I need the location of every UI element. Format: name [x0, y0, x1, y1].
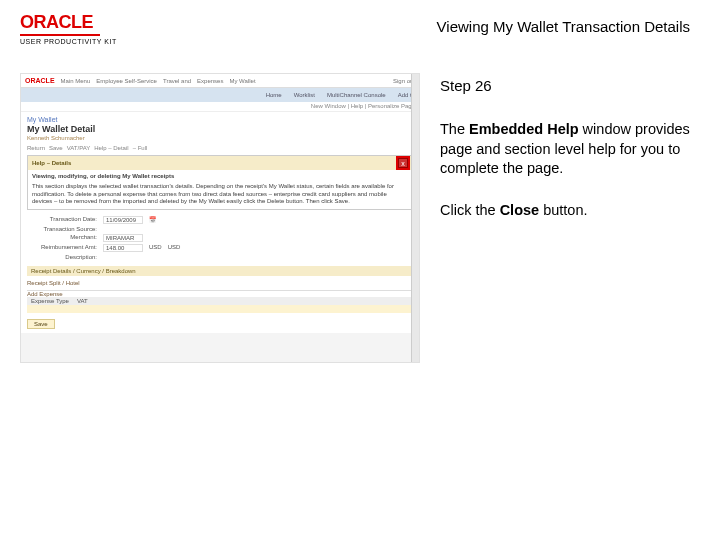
- app-sub-nav: Home Worklist MultiChannel Console Add t…: [21, 88, 419, 102]
- upk-label: USER PRODUCTIVITY KIT: [20, 38, 117, 45]
- close-button[interactable]: x: [398, 158, 408, 168]
- help-body: Viewing, modifying, or deleting My Walle…: [28, 170, 412, 209]
- save-button: Save: [27, 319, 55, 329]
- col-expense-type: Expense Type: [31, 298, 69, 304]
- instruction-paragraph-2: Click the Close button.: [440, 201, 700, 221]
- wallet-title: My Wallet Detail: [27, 124, 413, 134]
- subnav-item: MultiChannel Console: [327, 92, 386, 98]
- calendar-icon: 📅: [149, 216, 156, 224]
- oracle-wordmark: ORACLE: [20, 12, 117, 36]
- nav-item: Expenses: [197, 78, 223, 84]
- desc-label: Description:: [27, 254, 97, 260]
- nav-item: Main Menu: [61, 78, 91, 84]
- table-header: Expense Type VAT: [27, 297, 413, 305]
- embedded-help-panel: Help – Details x Viewing, modifying, or …: [27, 155, 413, 210]
- amount-value: 148.00: [103, 244, 143, 252]
- content-row: ORACLE Main Menu Employee Self-Service T…: [0, 53, 720, 363]
- embedded-screenshot: ORACLE Main Menu Employee Self-Service T…: [20, 73, 420, 363]
- step-label: Step 26: [440, 77, 700, 94]
- return-link: Return: [27, 145, 45, 151]
- help-link: Help – Detail: [94, 145, 128, 151]
- receipt-split-link: Receipt Split / Hotel: [27, 280, 413, 286]
- help-text: This section displays the selected walle…: [32, 183, 394, 205]
- wallet-user: Kenneth Schumacher: [27, 135, 413, 141]
- oracle-logo: ORACLE USER PRODUCTIVITY KIT: [20, 12, 117, 45]
- detail-fields: Transaction Date: 11/09/2009 📅 Transacti…: [27, 216, 413, 260]
- table-row: [27, 305, 413, 313]
- nav-item: My Wallet: [229, 78, 255, 84]
- save-link: Save: [49, 145, 63, 151]
- expense-table: Add Expense Expense Type VAT: [27, 290, 413, 313]
- help-heading: Viewing, modifying, or deleting My Walle…: [32, 173, 408, 181]
- breadcrumb: My Wallet: [27, 116, 413, 123]
- instruction-paragraph-1: The Embedded Help window provides page a…: [440, 120, 700, 179]
- merchant-value: MIRAMAR: [103, 234, 143, 242]
- merchant-label: Merchant:: [27, 234, 97, 242]
- page-tools-bar: New Window | Help | Personalize Page: [21, 102, 419, 112]
- mini-oracle-logo: ORACLE: [25, 77, 55, 84]
- date-value: 11/09/2009: [103, 216, 143, 224]
- receipt-details-bar: Receipt Details / Currency / Breakdown: [27, 266, 413, 276]
- currency-value: USD: [149, 244, 162, 252]
- nav-item: Employee Self-Service: [96, 78, 157, 84]
- page-title: Viewing My Wallet Transaction Details: [117, 12, 700, 35]
- subnav-item: Home: [266, 92, 282, 98]
- source-label: Transaction Source:: [27, 226, 97, 232]
- page-header: ORACLE USER PRODUCTIVITY KIT Viewing My …: [0, 0, 720, 53]
- screenshot-column: ORACLE Main Menu Employee Self-Service T…: [20, 73, 420, 363]
- help-title: Help – Details: [32, 160, 71, 166]
- usd-value: USD: [168, 244, 181, 252]
- amount-label: Reimbursement Amt:: [27, 244, 97, 252]
- subnav-item: Worklist: [294, 92, 315, 98]
- nav-item: Travel and: [163, 78, 191, 84]
- vertical-scrollbar: [411, 74, 419, 362]
- full-link: – Full: [133, 145, 148, 151]
- screenshot-body: My Wallet My Wallet Detail Kenneth Schum…: [21, 112, 419, 333]
- date-label: Transaction Date:: [27, 216, 97, 224]
- col-vat: VAT: [77, 298, 88, 304]
- instructions-column: Step 26 The Embedded Help window provide…: [440, 73, 700, 363]
- vatpay-link: VAT/PAY: [67, 145, 91, 151]
- app-top-nav: ORACLE Main Menu Employee Self-Service T…: [21, 74, 419, 88]
- help-header: Help – Details x: [28, 156, 412, 170]
- command-row: Return Save VAT/PAY Help – Detail – Full: [27, 145, 413, 151]
